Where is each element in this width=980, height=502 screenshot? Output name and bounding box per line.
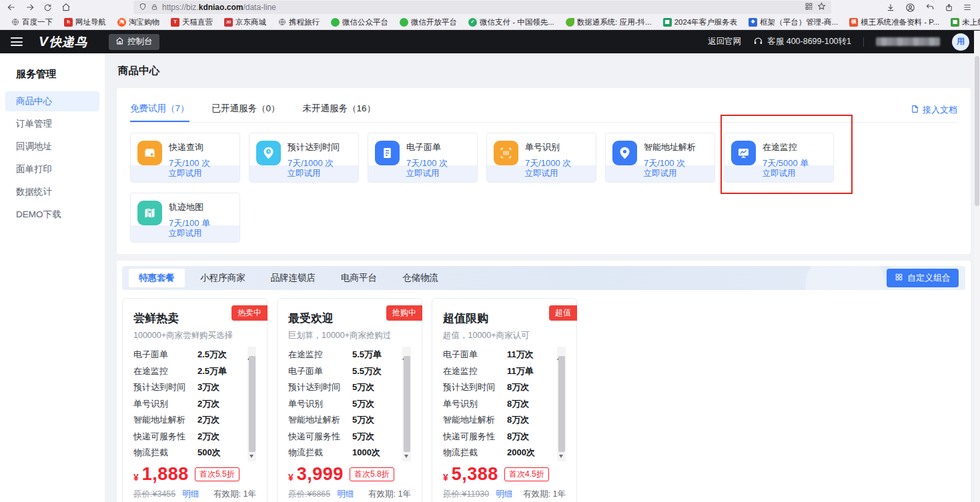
package-tabs-banner: 特惠套餐 小程序商家 品牌连锁店 电商平台 仓储物流 自定义组合 (122, 266, 965, 290)
tab-ecommerce-platform[interactable]: 电商平台 (331, 269, 387, 287)
currency-symbol: ¥ (443, 472, 448, 485)
qr-code-icon[interactable] (805, 2, 813, 13)
package-subtitle: 巨划算，10000+商家抢购过 (288, 330, 411, 341)
bookmark-item[interactable]: JD京东商城 (224, 17, 266, 27)
bookmark-item[interactable]: 百度一下 (11, 17, 53, 27)
tab-brand-chain-store[interactable]: 品牌连锁店 (261, 269, 326, 287)
scroll-down-arrow[interactable] (559, 455, 563, 458)
url-text: https://biz.kdniao.com/data-line (162, 3, 276, 12)
downloads-icon[interactable] (885, 1, 897, 13)
status-badge: 超值 (549, 305, 577, 321)
bookmark-item[interactable]: ✓微信支付 - 中国领先... (468, 17, 554, 27)
scrollbar-thumb[interactable] (249, 356, 256, 452)
account-icon[interactable] (904, 1, 916, 13)
sidebar-item-demo-download[interactable]: DEMO下载 (5, 205, 99, 225)
bookmark-item[interactable]: ▦未上线客户进度表 (951, 17, 980, 27)
try-now-button[interactable]: 立即试用 (487, 165, 596, 182)
detail-link[interactable]: 明细 (182, 489, 199, 500)
bookmark-item[interactable]: 数据通系统: 应用-抖... (566, 17, 652, 27)
product-card-track-map: 轨迹地图 7天/100 单 立即试用 (130, 193, 240, 243)
wechat-pay-icon: ✓ (468, 18, 477, 27)
scroll-down-arrow[interactable] (250, 455, 254, 458)
bookmark-item[interactable]: 微信公众平台 (331, 17, 388, 27)
header-right-group: 返回官网 客服 400-8699-100转1 用 (708, 33, 969, 51)
try-now-button[interactable]: 立即试用 (606, 165, 714, 182)
reload-icon[interactable] (41, 1, 53, 13)
bookmark-item[interactable]: 淘淘宝购物 (117, 17, 159, 27)
tmall-icon: T (171, 18, 179, 27)
tab-special-package[interactable]: 特惠套餐 (129, 269, 185, 287)
try-now-button[interactable]: 立即试用 (250, 165, 358, 182)
menu-icon[interactable] (961, 1, 973, 13)
bookmark-item[interactable]: 微信开放平台 (400, 17, 457, 27)
package-item: 电子面单5.5万次 (288, 363, 401, 380)
integration-docs-link[interactable]: 接入文档 (911, 98, 957, 122)
detail-link[interactable]: 明细 (337, 489, 354, 500)
bookmark-item[interactable]: h网址导航 (64, 17, 106, 27)
sidebar-item-callback-address[interactable]: 回调地址 (5, 137, 99, 157)
bookmark-item[interactable]: 携程旅行 (278, 17, 320, 27)
lock-icon[interactable] (151, 3, 158, 13)
try-now-button[interactable]: 立即试用 (368, 165, 477, 182)
package-item: 预计达到时间3万次 (133, 379, 246, 396)
tracking-shield-icon[interactable] (139, 3, 147, 13)
sidebar-item-data-statistics[interactable]: 数据统计 (5, 182, 99, 202)
page-scrollbar[interactable] (974, 31, 980, 502)
back-icon[interactable] (5, 1, 17, 13)
first-time-discount-badge: 首次4.5折 (504, 467, 549, 481)
route-map-icon (137, 201, 162, 225)
forward-icon[interactable] (24, 1, 36, 13)
list-scrollbar[interactable] (557, 347, 566, 461)
hamburger-menu-icon[interactable] (11, 37, 23, 46)
globe-icon (11, 18, 19, 27)
address-bar[interactable]: https://biz.kdniao.com/data-line (133, 1, 831, 14)
globe-icon (278, 18, 286, 27)
custom-combo-button[interactable]: 自定义组合 (887, 269, 959, 287)
home-icon[interactable] (60, 1, 72, 13)
console-button[interactable]: 控制台 (109, 34, 159, 50)
currency-symbol: ¥ (288, 472, 294, 485)
bookmark-item[interactable]: T天猫直营 (171, 17, 213, 27)
try-now-button[interactable]: 立即试用 (131, 225, 239, 242)
user-avatar[interactable]: 用 (952, 33, 969, 51)
back-to-official-site-link[interactable]: 返回官网 (708, 36, 741, 47)
first-time-discount-badge: 首次5.5折 (195, 467, 239, 481)
product-name: 轨迹地图 (169, 201, 210, 213)
package-item: 单号识别2万次 (133, 396, 246, 413)
kdniao-logo[interactable]: V 快递鸟 (39, 33, 87, 50)
page-scrollbar-thumb[interactable] (975, 56, 979, 206)
app-body: 服务管理 商品中心 订单管理 回调地址 面单打印 数据统计 DEMO下载 商品中… (0, 53, 980, 502)
try-now-button[interactable]: 立即试用 (131, 165, 239, 182)
tab-activated-services[interactable]: 已开通服务（0） (212, 98, 280, 122)
list-scrollbar[interactable] (402, 347, 411, 461)
package-card-best-value: 超值 超值限购 超值，10000+商家认可 电子面单11万次 在途监控11万单 … (432, 298, 577, 502)
undo-arrow-icon[interactable] (924, 1, 936, 13)
list-scrollbar[interactable] (248, 347, 256, 461)
scrollbar-thumb[interactable] (404, 356, 410, 452)
sidebar-item-order-management[interactable]: 订单管理 (5, 114, 99, 134)
scrollbar-thumb[interactable] (558, 356, 565, 452)
sidebar-item-waybill-print[interactable]: 面单打印 (5, 159, 99, 179)
bookmark-item[interactable]: ▦2024年客户服务表 (663, 17, 738, 27)
eta-clock-pin-icon (256, 141, 281, 165)
barcode-scan-icon (494, 141, 518, 165)
tab-not-activated-services[interactable]: 未开通服务（16） (303, 98, 376, 122)
sidebar-item-product-center[interactable]: 商品中心 (5, 91, 99, 111)
product-row-2: 轨迹地图 7天/100 单 立即试用 (130, 193, 957, 243)
scroll-down-arrow[interactable] (404, 455, 408, 458)
bookmark-item[interactable]: ❖框架（平台）管理-商... (749, 17, 838, 27)
colorful-app-icon: 模 (849, 18, 858, 27)
tab-warehouse-logistics[interactable]: 仓储物流 (392, 269, 448, 287)
headset-icon (753, 36, 763, 48)
product-name: 单号识别 (525, 141, 571, 153)
tab-miniprogram-merchant[interactable]: 小程序商家 (190, 269, 256, 287)
product-card-courier-query: 快递查询 7天/100 次 立即试用 (130, 133, 240, 183)
bookmark-star-icon[interactable] (817, 2, 826, 13)
bookmark-item[interactable]: 模模王系统准备资料 - P... (849, 17, 939, 27)
detail-link[interactable]: 明细 (496, 489, 512, 500)
send-to-device-icon[interactable] (943, 1, 955, 13)
validity-label: 有效期: 1年 (213, 489, 256, 500)
tab-free-trial[interactable]: 免费试用（7） (130, 98, 189, 122)
try-now-button[interactable]: 立即试用 (724, 165, 833, 182)
logo-text: 快递鸟 (49, 34, 87, 50)
